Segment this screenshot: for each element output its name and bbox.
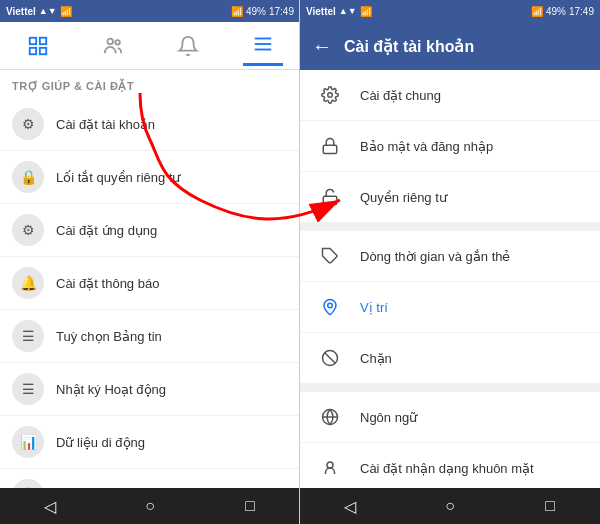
left-item-3[interactable]: 🔔 Cài đặt thông báo bbox=[0, 257, 300, 310]
right-icon-7 bbox=[316, 454, 344, 482]
recents-btn-left[interactable]: □ bbox=[225, 491, 275, 521]
left-menu-list: ⚙ Cài đặt tài khoản 🔒 Lối tắt quyền riên… bbox=[0, 98, 300, 488]
svg-rect-11 bbox=[323, 196, 337, 204]
item-icon-1: 🔒 bbox=[12, 161, 44, 193]
recents-btn-right[interactable]: □ bbox=[525, 491, 575, 521]
right-item-7[interactable]: Cài đặt nhận dạng khuôn mặt bbox=[300, 443, 600, 488]
item-icon-3: 🔔 bbox=[12, 267, 44, 299]
right-label-6: Ngôn ngữ bbox=[360, 410, 417, 425]
item-label-6: Dữ liệu di động bbox=[56, 435, 145, 450]
back-btn-right[interactable]: ◁ bbox=[325, 491, 375, 521]
svg-rect-3 bbox=[39, 47, 45, 53]
home-btn-right[interactable]: ○ bbox=[425, 491, 475, 521]
back-btn-left[interactable]: ◁ bbox=[25, 491, 75, 521]
item-icon-5: ☰ bbox=[12, 373, 44, 405]
right-label-4: Vị trí bbox=[360, 300, 388, 315]
right-item-6[interactable]: Ngôn ngữ bbox=[300, 392, 600, 443]
right-item-5[interactable]: Chặn bbox=[300, 333, 600, 384]
battery-left: 49% bbox=[246, 6, 266, 17]
battery-right: 49% bbox=[546, 6, 566, 17]
right-icon-0 bbox=[316, 81, 344, 109]
item-label-2: Cài đặt ứng dụng bbox=[56, 223, 157, 238]
right-label-7: Cài đặt nhận dạng khuôn mặt bbox=[360, 461, 534, 476]
time-right: 17:49 bbox=[569, 6, 594, 17]
left-item-0[interactable]: ⚙ Cài đặt tài khoản bbox=[0, 98, 300, 151]
left-item-6[interactable]: 📊 Dữ liệu di động bbox=[0, 416, 300, 469]
svg-point-13 bbox=[328, 303, 333, 308]
svg-rect-1 bbox=[39, 37, 45, 43]
top-nav-left bbox=[0, 22, 300, 70]
right-header: ← Cài đặt tài khoản bbox=[300, 22, 600, 70]
right-menu-list: Cài đặt chung Bảo mật và đăng nhập Quyền… bbox=[300, 70, 600, 488]
item-icon-2: ⚙ bbox=[12, 214, 44, 246]
svg-rect-0 bbox=[29, 37, 35, 43]
right-item-3[interactable]: Dòng thời gian và gắn thẻ bbox=[300, 231, 600, 282]
bottom-nav-right: ◁ ○ □ bbox=[300, 488, 600, 524]
carrier-left: Viettel bbox=[6, 6, 36, 17]
right-icon-6 bbox=[316, 403, 344, 431]
item-icon-6: 📊 bbox=[12, 426, 44, 458]
right-icon-2 bbox=[316, 183, 344, 211]
item-label-4: Tuỳ chọn Bảng tin bbox=[56, 329, 162, 344]
right-item-4[interactable]: Vị trí bbox=[300, 282, 600, 333]
right-label-0: Cài đặt chung bbox=[360, 88, 441, 103]
nav-grid-icon[interactable] bbox=[18, 26, 58, 66]
left-item-2[interactable]: ⚙ Cài đặt ứng dụng bbox=[0, 204, 300, 257]
left-item-5[interactable]: ☰ Nhật ký Hoạt động bbox=[0, 363, 300, 416]
time-left: 17:49 bbox=[269, 6, 294, 17]
section-label: TRỢ GIÚP & CÀI ĐẶT bbox=[0, 70, 300, 98]
item-icon-4: ☰ bbox=[12, 320, 44, 352]
carrier-right: Viettel bbox=[306, 6, 336, 17]
right-icon-3 bbox=[316, 242, 344, 270]
left-item-4[interactable]: ☰ Tuỳ chọn Bảng tin bbox=[0, 310, 300, 363]
status-bar-left: Viettel ▲▼ 📶 📶 49% 17:49 bbox=[0, 0, 300, 22]
page-title: Cài đặt tài khoản bbox=[344, 37, 474, 56]
right-label-1: Bảo mật và đăng nhập bbox=[360, 139, 493, 154]
nav-bell-icon[interactable] bbox=[168, 26, 208, 66]
nav-people-icon[interactable] bbox=[93, 26, 133, 66]
right-label-3: Dòng thời gian và gắn thẻ bbox=[360, 249, 510, 264]
left-item-1[interactable]: 🔒 Lối tắt quyền riêng tư bbox=[0, 151, 300, 204]
svg-point-4 bbox=[107, 38, 113, 44]
right-label-2: Quyền riêng tư bbox=[360, 190, 447, 205]
svg-rect-10 bbox=[323, 145, 337, 153]
svg-point-9 bbox=[328, 93, 333, 98]
right-item-2[interactable]: Quyền riêng tư bbox=[300, 172, 600, 223]
svg-line-15 bbox=[325, 353, 336, 364]
svg-rect-2 bbox=[29, 47, 35, 53]
back-button[interactable]: ← bbox=[312, 35, 332, 58]
right-icon-4 bbox=[316, 293, 344, 321]
home-btn-left[interactable]: ○ bbox=[125, 491, 175, 521]
right-icon-5 bbox=[316, 344, 344, 372]
left-item-7[interactable]: 🌐 Ngôn ngữ bbox=[0, 469, 300, 488]
svg-point-5 bbox=[115, 40, 120, 45]
right-label-5: Chặn bbox=[360, 351, 392, 366]
right-icon-1 bbox=[316, 132, 344, 160]
svg-point-18 bbox=[327, 462, 333, 468]
item-icon-7: 🌐 bbox=[12, 479, 44, 488]
nav-menu-icon[interactable] bbox=[243, 26, 283, 66]
item-label-1: Lối tắt quyền riêng tư bbox=[56, 170, 181, 185]
item-icon-0: ⚙ bbox=[12, 108, 44, 140]
right-item-0[interactable]: Cài đặt chung bbox=[300, 70, 600, 121]
item-label-0: Cài đặt tài khoản bbox=[56, 117, 155, 132]
item-label-3: Cài đặt thông báo bbox=[56, 276, 159, 291]
right-item-1[interactable]: Bảo mật và đăng nhập bbox=[300, 121, 600, 172]
status-bar-right: Viettel ▲▼ 📶 📶 49% 17:49 bbox=[300, 0, 600, 22]
item-label-5: Nhật ký Hoạt động bbox=[56, 382, 166, 397]
bottom-nav-left: ◁ ○ □ bbox=[0, 488, 300, 524]
